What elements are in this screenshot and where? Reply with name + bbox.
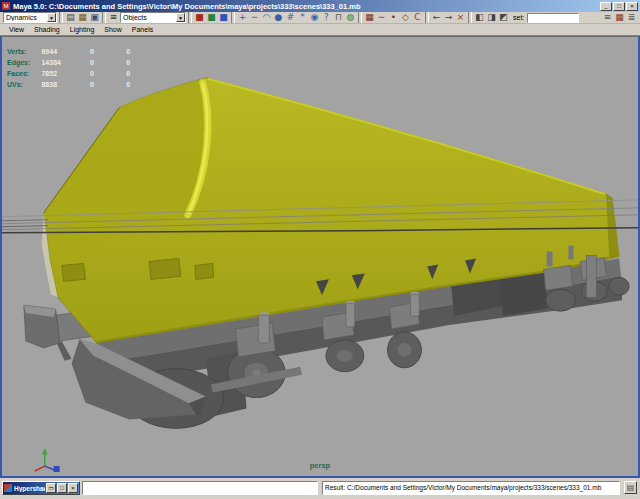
- toolbar-separator[interactable]: [231, 12, 235, 23]
- selection-mask-value: Objects: [123, 14, 147, 21]
- hypershade-maximize-button[interactable]: □: [57, 483, 67, 493]
- set-label: set:: [513, 14, 524, 21]
- highlight-selection-icon[interactable]: ◍: [345, 12, 356, 23]
- slider-tool-icon[interactable]: ≣: [626, 12, 637, 23]
- lock-selection-icon[interactable]: ⊓: [333, 12, 344, 23]
- select-object-icon[interactable]: ■: [206, 12, 217, 23]
- window-maximize-button[interactable]: □: [613, 2, 625, 11]
- snap-point-icon[interactable]: •: [388, 12, 399, 23]
- script-editor-button[interactable]: ▤: [624, 481, 637, 494]
- command-line-input[interactable]: [82, 481, 318, 495]
- panel-menu-item[interactable]: Panels: [127, 26, 158, 33]
- render-globals-icon[interactable]: ◩: [498, 12, 509, 23]
- stacked-bars-icon[interactable]: ≡: [602, 12, 613, 23]
- window-title: Maya 5.0: C:\Documents and Settings\Vict…: [13, 2, 599, 11]
- mask-surfaces-icon[interactable]: ◠: [261, 12, 272, 23]
- window-minimize-button[interactable]: _: [600, 2, 612, 11]
- status-bar: Hypershade ▭ □ × Result: C:/Documents an…: [0, 478, 640, 499]
- toolbar-separator[interactable]: [188, 12, 192, 23]
- poly-count-total: 8838: [41, 81, 85, 88]
- main-toolbar: Dynamics ▼ ▤▦▣≡ Objects ▼ ■■■+∼◠●#*◉?⊓◍▦…: [0, 12, 640, 24]
- toolbar-separator[interactable]: [358, 12, 362, 23]
- menu-set-value: Dynamics: [6, 14, 37, 21]
- select-hierarchy-icon[interactable]: ■: [194, 12, 205, 23]
- mask-polygons-icon[interactable]: ●: [273, 12, 284, 23]
- chevron-down-icon[interactable]: ▼: [47, 13, 56, 22]
- poly-count-row: Verts: 6944 0 0: [7, 40, 142, 51]
- output-connections-icon[interactable]: →: [443, 12, 454, 23]
- snap-view-icon[interactable]: ◇: [400, 12, 411, 23]
- result-line[interactable]: Result: C:/Documents and Settings/Victor…: [322, 481, 620, 495]
- render-current-frame-icon[interactable]: ◧: [474, 12, 485, 23]
- hypershade-icon: [4, 484, 12, 492]
- input-connections-icon[interactable]: ←: [431, 12, 442, 23]
- poly-count-row: Edges: 14384 0 0: [7, 51, 142, 62]
- title-bar[interactable]: M Maya 5.0: C:\Documents and Settings\Vi…: [0, 0, 640, 12]
- save-scene-icon[interactable]: ▣: [89, 12, 100, 23]
- viewport-canvas[interactable]: [2, 37, 638, 476]
- selection-mask-select[interactable]: Objects ▼: [120, 12, 186, 23]
- poly-count-col2: 0: [90, 81, 122, 88]
- panel-menu-bar: ViewShadingLightingShowPanels: [0, 24, 640, 36]
- poly-count-label: UVs:: [7, 81, 37, 88]
- file-icon-group: ▤▦▣≡: [58, 12, 119, 23]
- hypershade-restore-button[interactable]: ▭: [46, 483, 56, 493]
- make-live-icon[interactable]: C: [412, 12, 423, 23]
- menu-set-select[interactable]: Dynamics ▼: [3, 12, 57, 23]
- snap-curve-icon[interactable]: ∼: [376, 12, 387, 23]
- character-set-field[interactable]: [527, 13, 579, 23]
- mask-curves-icon[interactable]: ∼: [249, 12, 260, 23]
- poly-count-row: Faces: 7852 0 0: [7, 62, 142, 73]
- mask-deformers-icon[interactable]: #: [285, 12, 296, 23]
- toolbar-separator[interactable]: [425, 12, 429, 23]
- poly-count-col3: 0: [126, 81, 142, 88]
- poly-count-hud: Verts: 6944 0 0 Edges: 14384 0 0 Faces: …: [7, 40, 142, 84]
- panel-menu-item[interactable]: Lighting: [65, 26, 100, 33]
- hypershade-minimized-window[interactable]: Hypershade ▭ □ ×: [2, 481, 80, 495]
- hypershade-close-button[interactable]: ×: [68, 483, 78, 493]
- hypershade-title: Hypershade: [14, 485, 45, 492]
- mask-icon-group: ■■■+∼◠●#*◉?⊓◍▦∼•◇C←→×◧◨◩: [187, 12, 509, 23]
- perspective-viewport[interactable]: Verts: 6944 0 0 Edges: 14384 0 0 Faces: …: [0, 36, 640, 478]
- snap-grid-icon[interactable]: ▦: [364, 12, 375, 23]
- toolbar-separator[interactable]: [102, 12, 106, 23]
- right-icon-group: ≡▦≣: [602, 12, 637, 23]
- ipr-render-icon[interactable]: ◨: [486, 12, 497, 23]
- window-close-button[interactable]: ×: [626, 2, 638, 11]
- chevron-down-icon[interactable]: ▼: [176, 13, 185, 22]
- panel-menu-item[interactable]: View: [4, 26, 29, 33]
- camera-label: persp: [2, 461, 638, 470]
- toolbar-separator[interactable]: [59, 12, 63, 23]
- mask-handles-icon[interactable]: +: [237, 12, 248, 23]
- mask-misc-icon[interactable]: ?: [321, 12, 332, 23]
- red-grid-tool-icon[interactable]: ▦: [614, 12, 625, 23]
- mask-dynamics-icon[interactable]: *: [297, 12, 308, 23]
- panel-menu-item[interactable]: Show: [99, 26, 127, 33]
- construction-history-icon[interactable]: ×: [455, 12, 466, 23]
- new-scene-icon[interactable]: ▤: [65, 12, 76, 23]
- panel-menu-item[interactable]: Shading: [29, 26, 65, 33]
- maya-window: M Maya 5.0: C:\Documents and Settings\Vi…: [0, 0, 640, 499]
- selection-mode-menu-icon[interactable]: ≡: [108, 12, 119, 23]
- open-scene-icon[interactable]: ▦: [77, 12, 88, 23]
- mask-rendering-icon[interactable]: ◉: [309, 12, 320, 23]
- toolbar-separator[interactable]: [468, 12, 472, 23]
- poly-count-row: UVs: 8838 0 0: [7, 73, 142, 84]
- select-component-icon[interactable]: ■: [218, 12, 229, 23]
- maya-app-icon: M: [2, 2, 10, 10]
